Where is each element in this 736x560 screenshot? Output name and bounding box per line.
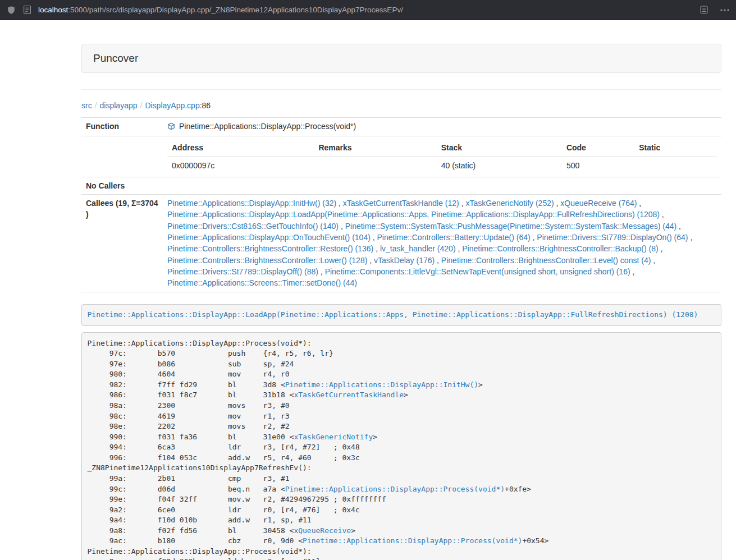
callee-link[interactable]: lv_task_handler (420) bbox=[380, 244, 456, 253]
function-detail-row: Address Remarks Stack Code Static 0x0000… bbox=[81, 136, 721, 177]
url-path: :5000/path/src/displayapp/DisplayApp.cpp… bbox=[68, 6, 403, 14]
callee-link[interactable]: Pinetime::Components::LittleVgl::SetNewT… bbox=[325, 267, 630, 276]
callee-link[interactable]: vTaskDelay (176) bbox=[374, 256, 435, 265]
browser-toolbar: localhost:5000/path/src/displayapp/Displ… bbox=[0, 0, 736, 20]
callee-separator: , bbox=[435, 256, 441, 265]
callee-separator: , bbox=[367, 256, 374, 265]
stack-value: 40 (static) bbox=[437, 157, 562, 174]
breadcrumb-link-displayapp[interactable]: displayapp bbox=[100, 101, 138, 110]
disassembly-code: Pinetime::Applications::DisplayApp::Proc… bbox=[88, 339, 549, 560]
static-value bbox=[634, 157, 717, 174]
callee-separator: , bbox=[371, 233, 377, 242]
divider bbox=[81, 89, 721, 90]
column-header-stack: Stack bbox=[437, 139, 562, 157]
no-callers-row: No Callers bbox=[81, 177, 721, 194]
breadcrumb-separator: / bbox=[95, 101, 97, 110]
callee-link[interactable]: Pinetime::Controllers::BrightnessControl… bbox=[167, 244, 373, 253]
page-title: Puncover bbox=[93, 52, 138, 64]
detail-header-row: Address Remarks Stack Code Static bbox=[167, 139, 717, 157]
callee-separator: , bbox=[339, 222, 345, 231]
callee-separator: , bbox=[688, 233, 693, 242]
breadcrumb-link-file[interactable]: DisplayApp.cpp bbox=[145, 101, 199, 110]
disasm-symbol-link[interactable]: Pinetime::Applications::DisplayApp::Init… bbox=[285, 380, 478, 389]
page-container: Puncover src/displayapp/DisplayApp.cpp:8… bbox=[81, 20, 721, 560]
remarks-value bbox=[314, 157, 436, 174]
function-icon bbox=[167, 122, 175, 133]
address-value: 0x0000097c bbox=[167, 157, 314, 174]
column-header-address: Address bbox=[167, 139, 314, 157]
callee-separator: , bbox=[637, 199, 641, 208]
breadcrumb-link-src[interactable]: src bbox=[81, 101, 92, 110]
callee-link[interactable]: Pinetime::Applications::Screens::Timer::… bbox=[167, 278, 357, 287]
callee-link[interactable]: Pinetime::Drivers::Cst816S::GetTouchInfo… bbox=[167, 222, 339, 231]
callee-separator: , bbox=[554, 199, 561, 208]
disasm-symbol-link[interactable]: xTaskGenericNotify bbox=[294, 433, 373, 441]
callee-separator: , bbox=[651, 256, 655, 265]
function-detail-row-label bbox=[81, 136, 163, 177]
callee-link[interactable]: Pinetime::Controllers::BrightnessControl… bbox=[167, 256, 367, 265]
url-host: localhost bbox=[38, 6, 68, 14]
function-detail-cell: Address Remarks Stack Code Static 0x0000… bbox=[163, 136, 721, 177]
callee-link[interactable]: Pinetime::Controllers::Battery::Update()… bbox=[377, 233, 531, 242]
callee-link[interactable]: Pinetime::System::SystemTask::PushMessag… bbox=[345, 222, 677, 231]
breadcrumb-separator: / bbox=[140, 101, 143, 110]
callee-separator: , bbox=[531, 233, 537, 242]
callee-separator: , bbox=[456, 244, 463, 253]
callee-separator: , bbox=[373, 244, 380, 253]
breadcrumb: src/displayapp/DisplayApp.cpp:86 bbox=[81, 101, 721, 110]
callee-link[interactable]: Pinetime::Controllers::BrightnessControl… bbox=[462, 244, 658, 253]
disassembly-block: Pinetime::Applications::DisplayApp::Proc… bbox=[81, 332, 721, 560]
callees-label: Callees (19, Σ=3704 ) bbox=[81, 195, 163, 292]
tracking-protection-shield-icon[interactable] bbox=[7, 6, 16, 15]
callee-separator: , bbox=[659, 244, 663, 253]
function-detail-table: Address Remarks Stack Code Static 0x0000… bbox=[167, 139, 717, 174]
callee-separator: , bbox=[660, 210, 664, 219]
callee-link[interactable]: Pinetime::Controllers::BrightnessControl… bbox=[441, 256, 651, 265]
breadcrumb-line-number: :86 bbox=[200, 101, 211, 110]
column-header-code: Code bbox=[562, 139, 634, 157]
callee-separator: , bbox=[336, 199, 343, 208]
column-header-static: Static bbox=[634, 139, 717, 157]
reader-view-icon[interactable] bbox=[700, 6, 708, 14]
callee-separator: , bbox=[630, 267, 635, 276]
callee-link[interactable]: Pinetime::Applications::DisplayApp::Load… bbox=[167, 210, 660, 219]
highlighted-symbol-link[interactable]: Pinetime::Applications::DisplayApp::Load… bbox=[88, 310, 698, 319]
page-actions-menu-icon[interactable] bbox=[720, 9, 729, 11]
callees-list: Pinetime::Applications::DisplayApp::Init… bbox=[163, 195, 721, 292]
callee-link[interactable]: Pinetime::Drivers::St7789::DisplayOff() … bbox=[167, 267, 318, 276]
column-header-remarks: Remarks bbox=[314, 139, 436, 157]
code-value: 500 bbox=[562, 157, 634, 174]
disasm-symbol-link[interactable]: xTaskGetCurrentTaskHandle bbox=[294, 391, 404, 399]
table-row: 0x0000097c 40 (static) 500 bbox=[167, 157, 717, 174]
callee-link[interactable]: Pinetime::Applications::DisplayApp::Init… bbox=[167, 199, 336, 208]
disasm-symbol-link[interactable]: Pinetime::Applications::DisplayApp::Proc… bbox=[285, 485, 505, 493]
callee-link[interactable]: xTaskGetCurrentTaskHandle (12) bbox=[343, 199, 459, 208]
no-callers-cell bbox=[163, 177, 721, 194]
callee-link[interactable]: Pinetime::Drivers::St7789::DisplayOn() (… bbox=[537, 233, 688, 242]
url-bar[interactable]: localhost:5000/path/src/displayapp/Displ… bbox=[38, 0, 693, 20]
disasm-symbol-link[interactable]: xQueueReceive bbox=[294, 526, 351, 535]
no-callers-label: No Callers bbox=[81, 177, 163, 194]
highlighted-symbol-box: Pinetime::Applications::DisplayApp::Load… bbox=[81, 304, 721, 327]
function-name: Pinetime::Applications::DisplayApp::Proc… bbox=[179, 122, 356, 131]
callee-link[interactable]: xQueueReceive (764) bbox=[560, 199, 637, 208]
function-row-label: Function bbox=[81, 118, 163, 136]
toolbar-right-icons bbox=[700, 6, 729, 14]
disasm-symbol-link[interactable]: Pinetime::Applications::DisplayApp::Proc… bbox=[303, 536, 522, 545]
callees-row: Callees (19, Σ=3704 ) Pinetime::Applicat… bbox=[81, 195, 721, 292]
app-header-panel: Puncover bbox=[81, 44, 721, 73]
callee-separator: , bbox=[676, 222, 681, 231]
callee-link[interactable]: xTaskGenericNotify (252) bbox=[465, 199, 554, 208]
callee-link[interactable]: Pinetime::Applications::DisplayApp::OnTo… bbox=[167, 233, 371, 242]
function-name-cell: Pinetime::Applications::DisplayApp::Proc… bbox=[163, 118, 721, 136]
callee-separator: , bbox=[318, 267, 325, 276]
function-table: Function Pinetime::Applications::Display… bbox=[81, 117, 721, 292]
function-row: Function Pinetime::Applications::Display… bbox=[81, 118, 721, 136]
callee-separator: , bbox=[459, 199, 466, 208]
page-info-icon[interactable] bbox=[24, 6, 31, 14]
